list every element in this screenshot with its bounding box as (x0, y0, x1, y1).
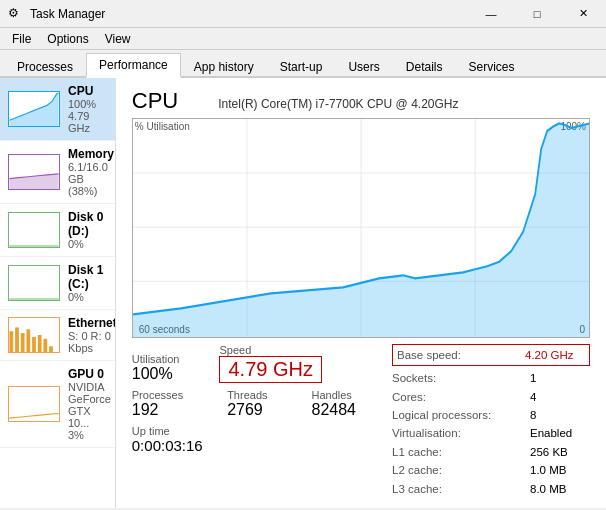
window-title: Task Manager (30, 7, 105, 21)
tab-performance[interactable]: Performance (86, 53, 181, 78)
svg-rect-7 (38, 335, 42, 352)
menu-bar: File Options View (0, 28, 606, 50)
info-key-sockets: Sockets: (392, 369, 512, 387)
info-key-cores: Cores: (392, 388, 512, 406)
threads-label: Threads (227, 389, 267, 401)
sidebar-item-gpu0[interactable]: GPU 0 NVIDIA GeForce GTX 10... 3% (0, 361, 115, 448)
info-val-l2: 1.0 MB (530, 461, 590, 479)
tab-app-history[interactable]: App history (181, 55, 267, 78)
processes-block: Processes 192 (132, 389, 183, 419)
sidebar-item-cpu[interactable]: CPU 100% 4.79 GHz (0, 78, 115, 141)
uptime-value: 0:00:03:16 (132, 437, 384, 454)
cpu-label-sub: 100% 4.79 GHz (68, 98, 107, 134)
minimize-button[interactable]: — (468, 0, 514, 28)
tab-startup[interactable]: Start-up (267, 55, 336, 78)
threads-value: 2769 (227, 401, 267, 419)
tab-services[interactable]: Services (455, 55, 527, 78)
gpu0-sidebar-label: GPU 0 NVIDIA GeForce GTX 10... 3% (68, 367, 111, 441)
threads-block: Threads 2769 (227, 389, 267, 419)
svg-rect-4 (21, 333, 25, 352)
ethernet-label-sub: S: 0 R: 0 Kbps (68, 330, 116, 354)
info-row-virt: Virtualisation: Enabled (392, 424, 590, 442)
info-key-virt: Virtualisation: (392, 424, 512, 442)
cpu-header: CPU Intel(R) Core(TM) i7-7700K CPU @ 4.2… (132, 88, 590, 114)
info-table: Base speed: 4.20 GHz Sockets: 1 Cores: 4… (392, 344, 590, 498)
handles-value: 82484 (312, 401, 357, 419)
sidebar-item-disk1[interactable]: Disk 1 (C:) 0% (0, 257, 115, 310)
processes-value: 192 (132, 401, 183, 419)
utilisation-label: Utilisation (132, 353, 180, 365)
info-key-logical: Logical processors: (392, 406, 512, 424)
cpu-title: CPU (132, 88, 178, 114)
app-icon: ⚙ (8, 6, 24, 22)
memory-label-title: Memory (68, 147, 114, 161)
processes-label: Processes (132, 389, 183, 401)
ethernet-sidebar-label: Ethernet S: 0 R: 0 Kbps (68, 316, 116, 354)
gpu0-label-title: GPU 0 (68, 367, 111, 381)
info-key-l3: L3 cache: (392, 480, 512, 498)
info-val-basespeed: 4.20 GHz (525, 346, 585, 364)
memory-mini-graph (8, 154, 60, 190)
disk1-mini-graph (8, 265, 60, 301)
maximize-button[interactable]: □ (514, 0, 560, 28)
cpu-chart: % Utilisation 100% 60 seconds 0 (132, 118, 590, 338)
svg-marker-0 (9, 93, 58, 126)
utilisation-value: 100% (132, 365, 180, 383)
info-row-l2: L2 cache: 1.0 MB (392, 461, 590, 479)
memory-label-sub: 6.1/16.0 GB (38%) (68, 161, 114, 197)
handles-label: Handles (312, 389, 357, 401)
window-controls: — □ ✕ (468, 0, 606, 28)
speed-block: Speed 4.79 GHz (219, 344, 321, 383)
info-row-l1: L1 cache: 256 KB (392, 443, 590, 461)
svg-rect-6 (32, 337, 36, 352)
info-row-sockets: Sockets: 1 (392, 369, 590, 387)
info-val-cores: 4 (530, 388, 590, 406)
uptime-label: Up time (132, 425, 384, 437)
ethernet-mini-graph (8, 317, 60, 353)
info-val-sockets: 1 (530, 369, 590, 387)
disk0-mini-graph (8, 212, 60, 248)
info-key-l2: L2 cache: (392, 461, 512, 479)
stats-row2: Processes 192 Threads 2769 Handles 82484 (132, 389, 384, 419)
info-key-l1: L1 cache: (392, 443, 512, 461)
disk1-label-title: Disk 1 (C:) (68, 263, 107, 291)
info-row-l3: L3 cache: 8.0 MB (392, 480, 590, 498)
cpu-sidebar-label: CPU 100% 4.79 GHz (68, 84, 107, 134)
tab-bar: Processes Performance App history Start-… (0, 50, 606, 78)
main-content: CPU 100% 4.79 GHz Memory 6.1/16.0 GB (38… (0, 78, 606, 508)
right-panel: CPU Intel(R) Core(TM) i7-7700K CPU @ 4.2… (116, 78, 606, 508)
sidebar-item-ethernet[interactable]: Ethernet S: 0 R: 0 Kbps (0, 310, 115, 361)
info-val-l1: 256 KB (530, 443, 590, 461)
tab-processes[interactable]: Processes (4, 55, 86, 78)
speed-label: Speed (219, 344, 321, 356)
tab-users[interactable]: Users (335, 55, 392, 78)
utilisation-block: Utilisation 100% (132, 353, 180, 383)
svg-rect-5 (26, 329, 30, 352)
info-val-logical: 8 (530, 406, 590, 424)
disk0-label-sub: 0% (68, 238, 107, 250)
close-button[interactable]: ✕ (560, 0, 606, 28)
cpu-model: Intel(R) Core(TM) i7-7700K CPU @ 4.20GHz (218, 97, 458, 111)
disk0-label-title: Disk 0 (D:) (68, 210, 107, 238)
left-stats-panel: Utilisation 100% Speed 4.79 GHz Processe… (132, 344, 384, 454)
menu-file[interactable]: File (4, 30, 39, 48)
uptime-block: Up time 0:00:03:16 (132, 425, 384, 454)
menu-view[interactable]: View (97, 30, 139, 48)
bottom-stats: Utilisation 100% Speed 4.79 GHz Processe… (132, 344, 590, 498)
tab-details[interactable]: Details (393, 55, 456, 78)
disk1-sidebar-label: Disk 1 (C:) 0% (68, 263, 107, 303)
sidebar: CPU 100% 4.79 GHz Memory 6.1/16.0 GB (38… (0, 78, 116, 508)
stats-row1: Utilisation 100% Speed 4.79 GHz (132, 344, 384, 383)
info-row-basespeed: Base speed: 4.20 GHz (392, 344, 590, 366)
svg-rect-8 (43, 339, 47, 352)
gpu-mini-graph (8, 386, 60, 422)
sidebar-item-disk0[interactable]: Disk 0 (D:) 0% (0, 204, 115, 257)
cpu-label-title: CPU (68, 84, 107, 98)
svg-rect-2 (9, 331, 13, 352)
gpu0-label-sub2: 3% (68, 429, 111, 441)
speed-value: 4.79 GHz (219, 356, 321, 383)
cpu-mini-graph (8, 91, 60, 127)
sidebar-item-memory[interactable]: Memory 6.1/16.0 GB (38%) (0, 141, 115, 204)
disk0-sidebar-label: Disk 0 (D:) 0% (68, 210, 107, 250)
menu-options[interactable]: Options (39, 30, 96, 48)
